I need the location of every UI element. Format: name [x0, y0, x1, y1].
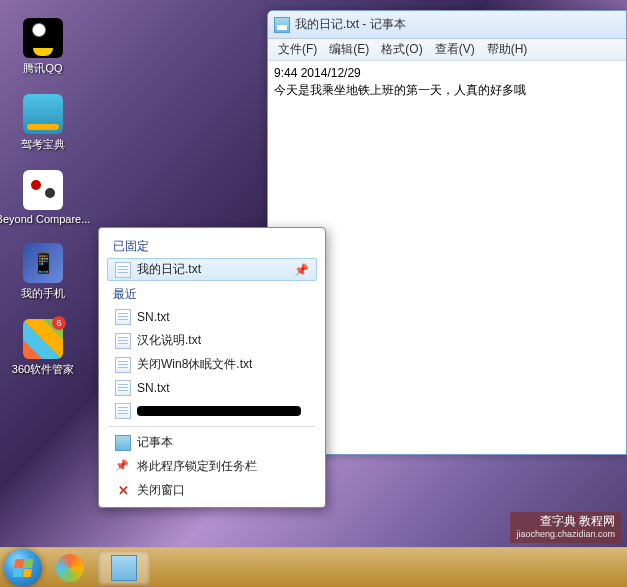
jumplist-item[interactable]: 汉化说明.txt: [107, 329, 317, 352]
menu-view[interactable]: 查看(V): [429, 39, 481, 60]
file-icon: [115, 333, 131, 349]
icon-label: Beyond Compare...: [0, 213, 90, 225]
close-icon: ✕: [115, 483, 131, 499]
software-icon: [23, 319, 63, 359]
jumplist-item[interactable]: SN.txt: [107, 306, 317, 328]
taskbar-button-360[interactable]: [44, 551, 96, 585]
desktop-icons: 腾讯QQ 驾考宝典 Beyond Compare... 我的手机 360软件管家: [8, 18, 78, 377]
desktop-icon-360[interactable]: 360软件管家: [8, 319, 78, 377]
jumplist-label: 我的日记.txt: [137, 261, 287, 278]
jumplist-item-pinned[interactable]: 我的日记.txt 📌: [107, 258, 317, 281]
file-icon: [115, 357, 131, 373]
menu-file[interactable]: 文件(F): [272, 39, 323, 60]
jumplist-label: 记事本: [137, 434, 309, 451]
watermark: 查字典 教程网 jiaocheng.chazidian.com: [510, 512, 621, 543]
text-line: 今天是我乘坐地铁上班的第一天，人真的好多哦: [274, 82, 620, 99]
redacted-text: [137, 406, 301, 416]
jumplist-item[interactable]: SN.txt: [107, 377, 317, 399]
start-button[interactable]: [4, 549, 42, 587]
taskbar-button-notepad[interactable]: [98, 551, 150, 585]
watermark-line2: jiaocheng.chazidian.com: [516, 529, 615, 541]
file-icon: [115, 262, 131, 278]
file-icon: [115, 403, 131, 419]
window-title: 我的日记.txt - 记事本: [295, 16, 406, 33]
jumplist-item[interactable]: 关闭Win8休眠文件.txt: [107, 353, 317, 376]
menu-help[interactable]: 帮助(H): [481, 39, 534, 60]
desktop-icon-myphone[interactable]: 我的手机: [8, 243, 78, 301]
qq-icon: [23, 18, 63, 58]
windows-logo-icon: [13, 559, 34, 577]
jumplist-task-close[interactable]: ✕关闭窗口: [107, 479, 317, 502]
car-icon: [23, 94, 63, 134]
menubar: 文件(F) 编辑(E) 格式(O) 查看(V) 帮助(H): [268, 39, 626, 61]
pin-icon[interactable]: 📌: [293, 262, 309, 278]
jumplist-label: 将此程序锁定到任务栏: [137, 458, 309, 475]
file-icon: [115, 309, 131, 325]
desktop-icon-qq[interactable]: 腾讯QQ: [8, 18, 78, 76]
file-icon: [115, 380, 131, 396]
notepad-icon: [111, 555, 137, 581]
menu-format[interactable]: 格式(O): [375, 39, 428, 60]
notepad-icon: [274, 17, 290, 33]
jumplist-label: 关闭Win8休眠文件.txt: [137, 356, 309, 373]
notepad-icon: [115, 435, 131, 451]
taskbar: [0, 547, 627, 587]
menu-edit[interactable]: 编辑(E): [323, 39, 375, 60]
separator: [109, 426, 315, 427]
jumplist-item-redacted[interactable]: [107, 400, 317, 422]
icon-label: 腾讯QQ: [23, 61, 62, 76]
jumplist-task-notepad[interactable]: 记事本: [107, 431, 317, 454]
titlebar[interactable]: 我的日记.txt - 记事本: [268, 11, 626, 39]
jumplist-label: SN.txt: [137, 310, 309, 324]
jumplist-header-pinned: 已固定: [103, 234, 321, 257]
desktop-icon-jiakao[interactable]: 驾考宝典: [8, 94, 78, 152]
watermark-line1: 查字典 教程网: [516, 514, 615, 530]
jumplist-task-pin[interactable]: 将此程序锁定到任务栏: [107, 455, 317, 478]
icon-label: 我的手机: [21, 286, 65, 301]
jumplist-label: SN.txt: [137, 381, 309, 395]
icon-label: 360软件管家: [12, 362, 74, 377]
desktop-icon-beyondcompare[interactable]: Beyond Compare...: [8, 170, 78, 225]
jumplist-label: 关闭窗口: [137, 482, 309, 499]
jumplist-header-recent: 最近: [103, 282, 321, 305]
compare-icon: [23, 170, 63, 210]
jumplist: 已固定 我的日记.txt 📌 最近 SN.txt 汉化说明.txt 关闭Win8…: [98, 227, 326, 508]
text-line: 9:44 2014/12/29: [274, 65, 620, 82]
pin-icon: [115, 459, 131, 475]
jumplist-label: 汉化说明.txt: [137, 332, 309, 349]
phone-icon: [23, 243, 63, 283]
icon-label: 驾考宝典: [21, 137, 65, 152]
swirl-icon: [56, 554, 84, 582]
